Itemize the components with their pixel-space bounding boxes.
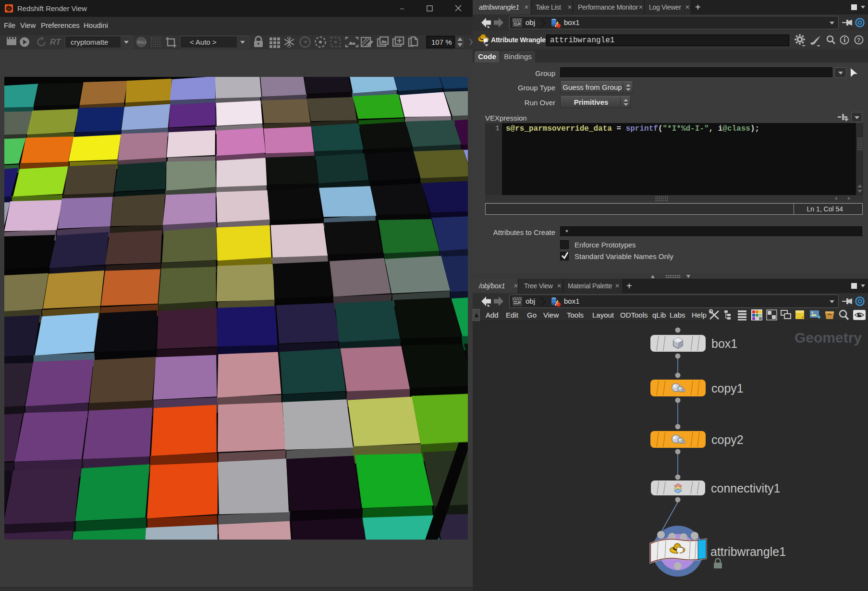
svg-text:RT: RT <box>50 37 61 47</box>
svg-text:107 %: 107 % <box>431 38 452 46</box>
svg-text:RGJ: RGJ <box>137 40 147 45</box>
svg-text:< Auto >: < Auto > <box>190 38 217 46</box>
svg-text:cryptomatte: cryptomatte <box>71 38 108 46</box>
svg-text:?: ? <box>857 37 860 44</box>
